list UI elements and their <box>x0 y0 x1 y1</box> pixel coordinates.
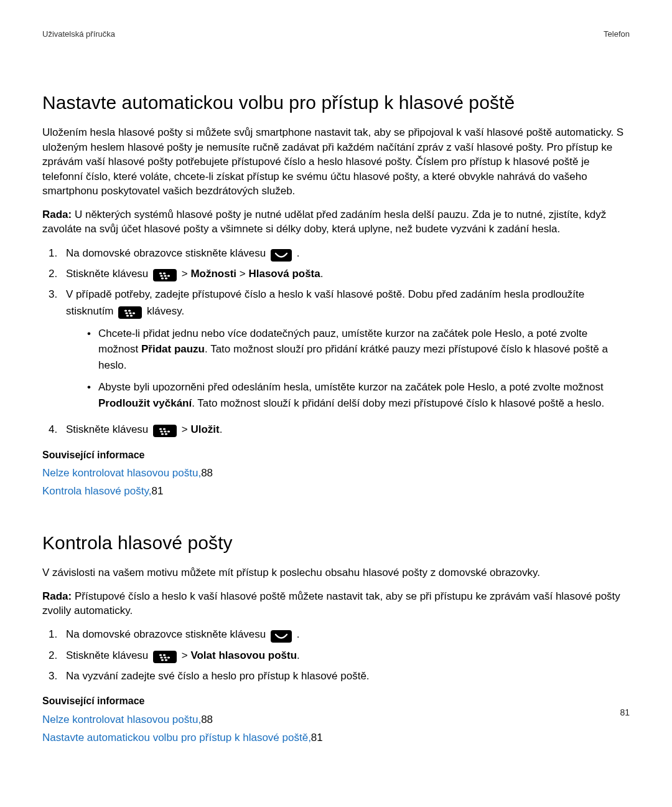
page-number: 81 <box>620 707 630 719</box>
header-right: Telefon <box>604 29 630 40</box>
svg-point-25 <box>161 659 164 661</box>
svg-point-27 <box>167 656 170 658</box>
step-1-text: Na domovské obrazovce stiskněte klávesu <box>66 247 269 259</box>
step-2-opt2: Hlasová pošta <box>248 268 320 280</box>
svg-point-24 <box>164 656 166 658</box>
s2-step-1: 1. Na domovské obrazovce stiskněte kláve… <box>49 626 630 643</box>
section-check-voicemail: Kontrola hlasové pošty V závislosti na v… <box>42 530 630 745</box>
sub-bullets: Chcete-li přidat jednu nebo více dodateč… <box>66 326 630 412</box>
sub1-bold: Přidat pauzu <box>141 343 205 355</box>
s2-step-3: 3. Na vyzvání zadejte své číslo a heslo … <box>49 668 630 684</box>
link-1-page: 88 <box>201 467 213 479</box>
link-cannot-check-voicemail[interactable]: Nelze kontrolovat hlasovou poštu, <box>42 467 201 479</box>
svg-point-14 <box>159 428 162 430</box>
s2-step-3-text: Na vyzvání zadejte své číslo a heslo pro… <box>66 670 370 682</box>
page: Uživatelská příručka Telefon Nastavte au… <box>0 0 672 807</box>
svg-point-11 <box>126 314 129 316</box>
step-2-opt: Možnosti <box>190 268 236 280</box>
related-link-2: Kontrola hlasové pošty,81 <box>42 484 630 498</box>
s2-step-2: 2. Stiskněte klávesu > <box>49 648 630 664</box>
svg-point-16 <box>160 431 162 433</box>
s2-step-2-end: . <box>297 649 300 661</box>
step-4-b: > <box>182 423 191 435</box>
call-key-icon <box>271 249 292 262</box>
bb-menu-icon <box>153 269 177 281</box>
bb-menu-icon <box>153 651 177 663</box>
step-2: 2. Stiskněte klávesu > <box>49 266 630 282</box>
sub2-a: Abyste byli upozorněni před odesláním he… <box>98 381 604 393</box>
svg-point-21 <box>159 654 162 656</box>
step-2-b2: > <box>240 268 249 280</box>
svg-point-1 <box>163 272 166 274</box>
sub-bullet-2: Abyste byli upozorněni před odesláním he… <box>98 379 630 411</box>
steps-list: 1. Na domovské obrazovce stiskněte kláve… <box>42 245 630 438</box>
svg-point-4 <box>161 277 164 279</box>
related-link-3: Nelze kontrolovat hlasovou poštu,88 <box>42 712 630 727</box>
tip-text: U některých systémů hlasové pošty je nut… <box>42 209 606 235</box>
bb-menu-icon <box>118 306 142 319</box>
tip-paragraph: Rada: U některých systémů hlasové pošty … <box>42 207 630 237</box>
step-2-end: . <box>320 268 324 280</box>
link-auto-dial[interactable]: Nastavte automatickou volbu pro přístup … <box>42 732 311 743</box>
svg-point-26 <box>165 659 167 661</box>
svg-point-17 <box>164 431 166 433</box>
step-4-a: Stiskněte klávesu <box>66 423 151 435</box>
link-check-voicemail[interactable]: Kontrola hlasové pošty, <box>42 485 151 497</box>
related-heading: Související informace <box>42 448 630 462</box>
step-4: 4. Stiskněte klávesu > <box>49 422 630 438</box>
steps-list-2: 1. Na domovské obrazovce stiskněte kláve… <box>42 626 630 684</box>
svg-point-8 <box>128 309 131 311</box>
step-4-bold: Uložit <box>190 423 219 435</box>
s2-step-1-period: . <box>297 628 300 640</box>
sub-bullet-1: Chcete-li přidat jednu nebo více dodateč… <box>98 326 630 374</box>
svg-point-7 <box>124 309 127 311</box>
tip-paragraph-2: Rada: Přístupové číslo a heslo k vaší hl… <box>42 589 630 618</box>
related-heading-2: Související informace <box>42 694 630 708</box>
step-3-b: klávesy. <box>147 305 184 317</box>
svg-point-3 <box>164 275 166 276</box>
svg-point-6 <box>167 275 170 276</box>
svg-point-5 <box>165 277 167 279</box>
svg-point-23 <box>160 656 162 658</box>
intro-paragraph: Uložením hesla hlasové pošty si můžete s… <box>42 125 630 198</box>
step-1: 1. Na domovské obrazovce stiskněte kláve… <box>49 245 630 262</box>
s2-step-2-b: > <box>182 649 191 661</box>
svg-point-0 <box>159 272 162 274</box>
svg-point-15 <box>163 428 166 430</box>
svg-point-9 <box>126 312 128 314</box>
s2-step-2-bold: Volat hlasovou poštu <box>190 649 297 661</box>
step-4-end: . <box>220 423 223 435</box>
section-title: Nastavte automatickou volbu pro přístup … <box>42 90 630 115</box>
tip-text-2: Přístupové číslo a heslo k vaší hlasové … <box>42 590 620 616</box>
step-3-a: V případě potřeby, zadejte přístupové čí… <box>66 288 584 316</box>
svg-point-10 <box>129 312 132 314</box>
svg-point-19 <box>165 433 167 435</box>
link-cannot-check-voicemail-2[interactable]: Nelze kontrolovat hlasovou poštu, <box>42 714 201 725</box>
step-1-period: . <box>297 247 300 259</box>
svg-point-2 <box>160 275 162 276</box>
svg-point-20 <box>167 431 170 433</box>
sub2-b: . Tato možnost slouží k přidání delší do… <box>192 397 604 409</box>
section-title-2: Kontrola hlasové pošty <box>42 530 630 555</box>
svg-point-12 <box>130 314 133 316</box>
tip-label: Rada: <box>42 209 72 220</box>
para-2-1: V závislosti na vašem motivu můžete mít … <box>42 565 630 580</box>
link-3-page: 88 <box>201 714 213 725</box>
link-2-page: 81 <box>151 485 163 497</box>
svg-point-22 <box>163 654 166 656</box>
sub2-bold: Prodloužit vyčkání <box>98 397 192 409</box>
related-link-4: Nastavte automatickou volbu pro přístup … <box>42 730 630 745</box>
header-left: Uživatelská příručka <box>42 29 115 40</box>
svg-point-18 <box>161 433 164 435</box>
tip-label-2: Rada: <box>42 590 72 602</box>
bb-menu-icon <box>153 425 177 437</box>
step-2-a: Stiskněte klávesu <box>66 268 151 280</box>
s2-step-1-text: Na domovské obrazovce stiskněte klávesu <box>66 628 269 640</box>
section-auto-dial: Nastavte automatickou volbu pro přístup … <box>42 90 630 499</box>
s2-step-2-a: Stiskněte klávesu <box>66 649 151 661</box>
step-3: 3. V případě potřeby, zadejte přístupové… <box>49 286 630 417</box>
call-key-icon <box>271 630 292 643</box>
running-header: Uživatelská příručka Telefon <box>42 29 630 40</box>
related-link-1: Nelze kontrolovat hlasovou poštu,88 <box>42 466 630 480</box>
svg-point-13 <box>133 312 135 314</box>
